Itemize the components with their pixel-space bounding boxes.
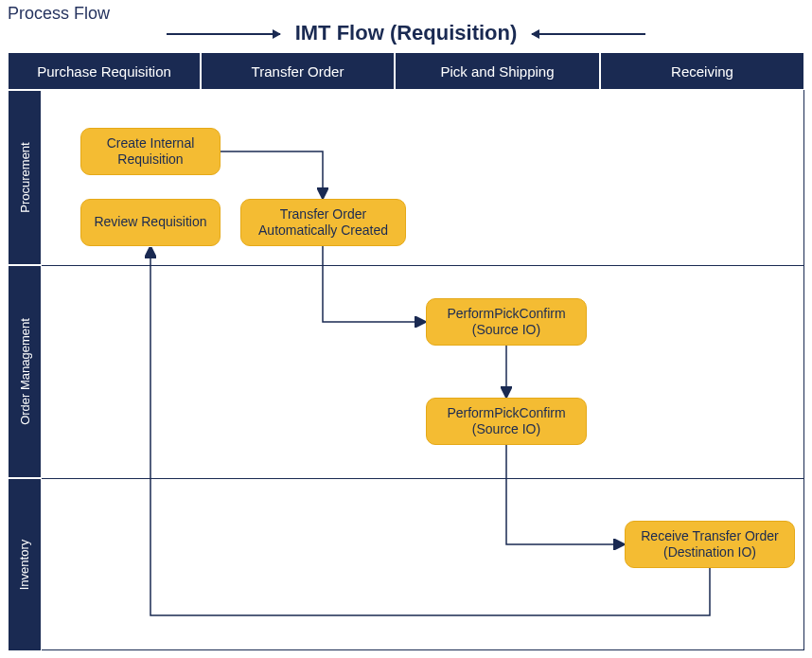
step-review-requisition: Review Requisition — [80, 199, 221, 246]
column-header: Pick and Shipping — [395, 52, 600, 90]
step-pick-confirm-1: PerformPickConfirm (Source IO) — [426, 298, 587, 346]
column-header: Receiving — [600, 52, 804, 90]
arrow-left-icon — [532, 33, 645, 35]
step-receive-transfer: Receive Transfer Order (Destination IO) — [625, 521, 795, 568]
diagram-title: IMT Flow (Requisition) — [295, 21, 518, 44]
diagram-title-row: IMT Flow (Requisition) — [0, 21, 812, 45]
step-create-internal-requisition: Create Internal Requisition — [80, 128, 221, 175]
arrow-right-icon — [167, 33, 280, 35]
lane-divider — [42, 265, 804, 266]
step-pick-confirm-2: PerformPickConfirm (Source IO) — [426, 398, 587, 445]
swimlane-text: Procurement — [18, 142, 32, 212]
swimlane-label: Order Management — [8, 265, 42, 478]
step-transfer-order-auto: Transfer Order Automatically Created — [240, 199, 406, 246]
column-header: Transfer Order — [201, 52, 395, 90]
column-header: Purchase Requisition — [8, 52, 201, 90]
swimlane-label: Inventory — [8, 478, 42, 651]
swimlane-text: Order Management — [18, 318, 32, 425]
swimlane-label: Procurement — [8, 90, 42, 265]
lane-divider — [42, 478, 804, 479]
swimlane-text: Inventory — [18, 540, 32, 590]
